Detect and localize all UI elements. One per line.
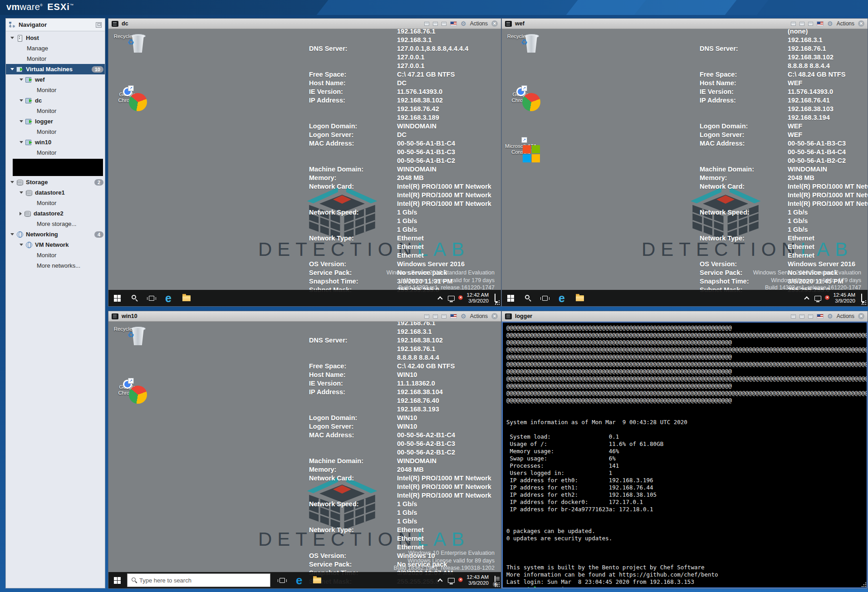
popout-icon[interactable] <box>424 22 429 26</box>
keyboard-layout-flag-icon[interactable] <box>817 314 824 318</box>
resize-grip[interactable] <box>861 582 866 587</box>
vm-screen-dc[interactable]: DETECTIONLAB ♻Recycle Bin↗Google Chrome … <box>108 29 501 306</box>
edge-button[interactable] <box>290 572 308 588</box>
actions-button[interactable]: Actions <box>470 20 488 27</box>
chevron-right-icon[interactable] <box>20 212 22 215</box>
desktop-icon-recycle-bin[interactable]: ♻Recycle Bin <box>111 34 144 39</box>
maximize-icon[interactable] <box>799 314 804 318</box>
close-icon[interactable]: ✕ <box>858 313 864 319</box>
fullscreen-icon[interactable] <box>808 22 813 26</box>
collapse-panel-icon[interactable] <box>96 22 102 28</box>
chevron-down-icon[interactable] <box>10 233 14 235</box>
vm-screen-wef[interactable]: DETECTIONLAB ♻Recycle Bin↗Google Chrome↗… <box>502 29 868 306</box>
sidebar-item-monitor[interactable]: Monitor <box>6 198 105 208</box>
chevron-down-icon[interactable] <box>20 99 23 102</box>
start-button[interactable] <box>108 572 126 588</box>
actions-gear-icon[interactable]: ⚙ <box>461 20 466 27</box>
console-titlebar[interactable]: win10 ⚙ Actions ✕ <box>108 311 501 322</box>
popout-icon[interactable] <box>424 314 429 318</box>
vm-screen-win10[interactable]: DETECTIONLAB ♻Recycle Bin↗Google Chrome … <box>108 322 501 588</box>
sidebar-item-monitor[interactable]: Monitor <box>6 147 105 158</box>
sidebar-item-wef[interactable]: wef <box>6 74 105 85</box>
tray-chevron-icon[interactable] <box>804 296 809 301</box>
actions-gear-icon[interactable]: ⚙ <box>827 313 833 319</box>
taskbar-clock[interactable]: 12:43 AM3/9/2020 <box>466 574 489 587</box>
taskbar-clock[interactable]: 12:45 AM3/9/2020 <box>833 292 855 304</box>
keyboard-layout-flag-icon[interactable] <box>450 314 457 318</box>
maximize-icon[interactable] <box>433 22 438 26</box>
actions-button[interactable]: Actions <box>470 313 488 319</box>
chevron-down-icon[interactable] <box>10 68 14 70</box>
vm-taskbar[interactable]: ✕ 12:43 AM3/9/2020 6 <box>108 572 501 588</box>
tray-chevron-icon[interactable] <box>438 578 443 583</box>
chevron-down-icon[interactable] <box>20 141 23 143</box>
sidebar-item-monitor[interactable]: Monitor <box>6 106 105 116</box>
sidebar-item-dc[interactable]: dc <box>6 95 105 106</box>
sidebar-item-more-networks[interactable]: More networks... <box>6 260 105 271</box>
file-explorer-button[interactable] <box>308 572 327 588</box>
keyboard-layout-flag-icon[interactable] <box>817 21 824 26</box>
network-tray-icon[interactable] <box>448 296 455 301</box>
taskbar-search-button[interactable] <box>126 290 143 306</box>
fullscreen-icon[interactable] <box>441 22 446 26</box>
maximize-icon[interactable] <box>433 314 438 318</box>
taskbar-clock[interactable]: 12:42 AM3/9/2020 <box>466 292 489 304</box>
chevron-down-icon[interactable] <box>20 78 23 81</box>
desktop-icon-google-chrome[interactable]: ↗Google Chrome <box>505 92 537 103</box>
close-icon[interactable]: ✕ <box>858 20 864 27</box>
vm-taskbar[interactable]: ✕ 12:45 AM3/9/2020 <box>502 290 868 306</box>
keyboard-layout-flag-icon[interactable] <box>450 21 457 26</box>
sidebar-item-monitor[interactable]: Monitor <box>6 250 105 260</box>
fullscreen-icon[interactable] <box>808 314 813 318</box>
close-icon[interactable]: ✕ <box>491 313 498 319</box>
sidebar-item-networking[interactable]: Networking4 <box>6 229 105 240</box>
sidebar-item-storage[interactable]: Storage2 <box>6 177 105 187</box>
actions-gear-icon[interactable]: ⚙ <box>461 313 466 319</box>
logger-terminal[interactable]: @@@@@@@@@@@@@@@@@@@@@@@@@@@@@@@@@@@@@@@@… <box>502 322 868 588</box>
resize-grip[interactable] <box>494 582 500 587</box>
maximize-icon[interactable] <box>799 22 804 26</box>
popout-icon[interactable] <box>791 22 796 26</box>
taskbar-search-box[interactable] <box>127 573 270 587</box>
sidebar-item-monitor[interactable]: Monitor <box>6 127 105 137</box>
sidebar-item-monitor[interactable]: Monitor <box>6 85 105 95</box>
desktop-icon-google-chrome[interactable]: ↗Google Chrome <box>111 384 144 396</box>
task-view-button[interactable] <box>274 572 290 588</box>
fullscreen-icon[interactable] <box>441 314 446 318</box>
desktop-icon-recycle-bin[interactable]: ♻Recycle Bin <box>505 34 537 39</box>
close-icon[interactable]: ✕ <box>491 20 498 27</box>
start-button[interactable] <box>502 290 520 306</box>
network-tray-icon[interactable] <box>448 578 455 583</box>
desktop-icon-microsoft-ata-console[interactable]: ↗Microsoft ATA Console <box>505 143 537 155</box>
desktop-icon-recycle-bin[interactable]: ♻Recycle Bin <box>111 326 144 332</box>
file-explorer-button[interactable] <box>177 290 196 306</box>
console-titlebar[interactable]: dc ⚙ Actions ✕ <box>108 19 501 29</box>
sidebar-item-win10[interactable]: win10 <box>6 137 105 147</box>
chevron-down-icon[interactable] <box>20 244 23 246</box>
sidebar-item-datastore2[interactable]: datastore2 <box>6 208 105 219</box>
sidebar-item-more-storage[interactable]: More storage... <box>6 219 105 229</box>
tray-chevron-icon[interactable] <box>438 296 443 301</box>
sidebar-item-manage[interactable]: Manage <box>6 43 105 54</box>
taskbar-search-button[interactable] <box>520 290 537 306</box>
sidebar-item-datastore1[interactable]: datastore1 <box>6 187 105 198</box>
sidebar-item-virtual-machines[interactable]: Virtual Machines10 <box>6 64 105 74</box>
sidebar-item-monitor[interactable]: Monitor <box>6 54 105 64</box>
file-explorer-button[interactable] <box>570 290 589 306</box>
sidebar-item-host[interactable]: Host <box>6 33 105 43</box>
actions-button[interactable]: Actions <box>837 20 854 27</box>
actions-button[interactable]: Actions <box>837 313 854 319</box>
vm-taskbar[interactable]: ✕ 12:42 AM3/9/2020 <box>108 290 501 306</box>
chevron-down-icon[interactable] <box>20 191 23 194</box>
internet-explorer-button[interactable] <box>160 290 177 306</box>
console-titlebar[interactable]: logger ⚙ Actions ✕ <box>502 311 868 322</box>
task-view-button[interactable] <box>143 290 160 306</box>
search-input[interactable] <box>139 577 266 584</box>
chevron-down-icon[interactable] <box>10 181 14 183</box>
actions-gear-icon[interactable]: ⚙ <box>827 20 833 27</box>
task-view-button[interactable] <box>537 290 553 306</box>
popout-icon[interactable] <box>791 314 796 318</box>
chevron-down-icon[interactable] <box>10 37 14 39</box>
sidebar-item-logger[interactable]: logger <box>6 116 105 127</box>
chevron-down-icon[interactable] <box>20 120 23 122</box>
